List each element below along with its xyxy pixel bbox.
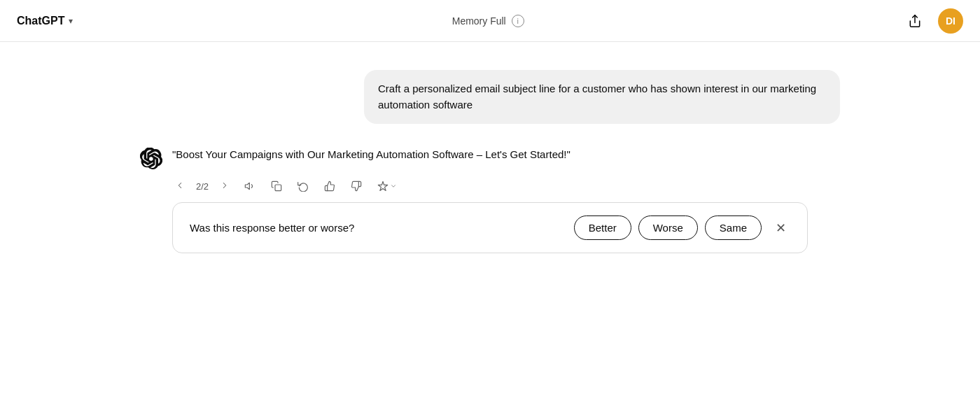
app-menu[interactable]: ChatGPT ▾ <box>17 15 73 27</box>
sparkle-button[interactable] <box>374 178 400 194</box>
chevron-right-icon <box>220 181 230 190</box>
feedback-question: Was this response better or worse? <box>190 222 560 234</box>
top-bar: ChatGPT ▾ Memory Full i DI <box>0 0 980 42</box>
thumbs-up-icon <box>324 181 335 192</box>
page-indicator: 2/2 <box>196 181 209 192</box>
memory-status: Memory Full i <box>452 15 524 27</box>
better-button[interactable]: Better <box>574 215 631 240</box>
copy-icon <box>271 181 282 192</box>
worse-button[interactable]: Worse <box>638 215 698 240</box>
info-icon[interactable]: i <box>512 15 524 27</box>
memory-label: Memory Full <box>452 15 506 27</box>
sparkle-chevron-icon <box>390 183 397 190</box>
svg-rect-2 <box>275 185 281 191</box>
regenerate-button[interactable] <box>294 178 312 194</box>
share-icon <box>908 14 922 28</box>
user-bubble: Craft a personalized email subject line … <box>364 70 840 124</box>
chevron-down-icon: ▾ <box>69 16 73 26</box>
feedback-bar: Was this response better or worse? Bette… <box>172 202 808 253</box>
chatgpt-logo-icon <box>140 148 162 170</box>
speak-button[interactable] <box>241 178 259 194</box>
avatar[interactable]: DI <box>938 8 963 34</box>
assistant-row: "Boost Your Campaigns with Our Marketing… <box>140 146 840 253</box>
assistant-content: "Boost Your Campaigns with Our Marketing… <box>140 146 840 170</box>
app-name: ChatGPT <box>17 15 64 27</box>
refresh-icon <box>298 181 309 192</box>
top-right-actions: DI <box>903 8 963 34</box>
prev-response-button[interactable] <box>172 179 188 194</box>
chevron-left-icon <box>175 181 185 190</box>
thumbs-down-icon <box>351 181 362 192</box>
thumbup-button[interactable] <box>321 178 339 194</box>
chat-area: Craft a personalized email subject line … <box>0 42 980 281</box>
next-response-button[interactable] <box>217 179 232 194</box>
copy-button[interactable] <box>267 178 286 194</box>
speaker-icon <box>244 181 255 192</box>
user-message-text: Craft a personalized email subject line … <box>378 83 816 111</box>
assistant-message-text: "Boost Your Campaigns with Our Marketing… <box>172 146 570 163</box>
feedback-buttons: Better Worse Same ✕ <box>574 215 790 240</box>
thumbdown-button[interactable] <box>347 178 365 194</box>
user-message-wrap: Craft a personalized email subject line … <box>140 70 840 124</box>
same-button[interactable]: Same <box>705 215 762 240</box>
sparkle-icon <box>377 181 388 192</box>
svg-marker-1 <box>245 183 249 189</box>
close-feedback-button[interactable]: ✕ <box>771 218 790 239</box>
share-button[interactable] <box>903 9 927 33</box>
action-bar: 2/2 <box>140 178 840 194</box>
